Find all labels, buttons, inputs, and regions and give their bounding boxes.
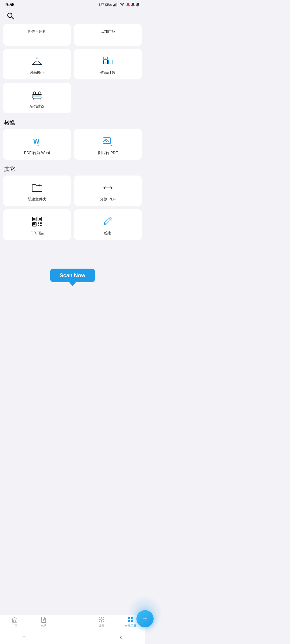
scan-now-bubble: Scan Now (50, 269, 95, 282)
svg-rect-33 (39, 218, 41, 220)
convert-section: W → PDF 转为 Word → 图片转 PDF (3, 129, 142, 160)
notification-icons (126, 3, 140, 7)
fashion-label: 时尚顾问 (30, 70, 45, 75)
svg-rect-0 (113, 5, 114, 6)
svg-point-21 (106, 139, 107, 140)
signal-icon (113, 3, 118, 7)
svg-rect-7 (35, 64, 39, 65)
other-section-2: QR扫描 签名 (3, 209, 142, 240)
img-pdf-card[interactable]: → 图片转 PDF (74, 129, 142, 160)
svg-text:2: 2 (109, 61, 110, 63)
counter-icon: 1 2 3 (102, 55, 114, 68)
svg-text:→: → (110, 144, 113, 147)
status-icons: 187 KB/s (99, 3, 140, 7)
counter-card[interactable]: 1 2 3 物品计数 (74, 49, 142, 79)
svg-rect-2 (115, 3, 116, 6)
qr-icon (31, 215, 44, 228)
other-section-1: 新建文件夹 分割 PDF (3, 175, 142, 206)
svg-point-4 (8, 13, 12, 17)
speed-indicator: 187 KB/s (99, 3, 112, 7)
sofa-icon (31, 89, 44, 101)
search-icon-wrap[interactable] (5, 11, 16, 21)
sign-card[interactable]: 签名 (74, 209, 142, 240)
decor-row: 装饰建议 (3, 83, 142, 113)
svg-rect-15 (33, 95, 41, 97)
fashion-counter-section: 时尚顾问 1 2 3 物品计数 (3, 49, 142, 79)
other-heading: 其它 (3, 163, 142, 175)
svg-rect-31 (33, 218, 35, 220)
scan-now-tooltip: Scan Now (50, 269, 95, 282)
new-folder-card[interactable]: 新建文件夹 (3, 175, 71, 206)
sign-icon (102, 215, 114, 228)
split-pdf-label: 分割 PDF (100, 197, 116, 202)
decor-label: 装饰建议 (30, 104, 45, 109)
convert-heading: 转换 (3, 116, 142, 129)
svg-text:3: 3 (104, 61, 106, 63)
svg-rect-1 (114, 4, 115, 6)
svg-line-5 (12, 17, 14, 19)
partial-row: 但你不用担 以加广场 (3, 24, 142, 46)
new-folder-icon (31, 181, 44, 194)
svg-rect-39 (40, 225, 42, 226)
split-pdf-icon (102, 181, 114, 194)
hanger-icon (31, 55, 44, 68)
wifi-icon (120, 3, 125, 7)
img-pdf-icon: → (102, 135, 114, 148)
fashion-card[interactable]: 时尚顾问 (3, 49, 71, 79)
search-bar[interactable] (0, 9, 145, 24)
svg-text:1: 1 (105, 58, 106, 60)
status-time: 9:55 (5, 2, 15, 8)
partial-card-1[interactable]: 但你不用担 (3, 24, 71, 46)
status-bar: 9:55 187 KB/s (0, 0, 145, 9)
svg-rect-35 (33, 223, 35, 225)
pdf-word-card[interactable]: W → PDF 转为 Word (3, 129, 71, 160)
pdf-word-label: PDF 转为 Word (24, 151, 50, 155)
counter-label: 物品计数 (100, 70, 115, 75)
svg-rect-36 (38, 222, 39, 224)
pdf-word-icon: W → (31, 135, 44, 148)
img-pdf-label: 图片转 PDF (98, 151, 118, 155)
qr-scan-label: QR扫描 (31, 231, 44, 236)
decor-card[interactable]: 装饰建议 (3, 83, 71, 113)
split-pdf-card[interactable]: 分割 PDF (74, 175, 142, 206)
svg-rect-38 (38, 225, 39, 226)
svg-rect-6 (36, 57, 38, 59)
sign-label: 签名 (104, 231, 112, 236)
partial-card-2[interactable]: 以加广场 (74, 24, 142, 46)
svg-text:→: → (36, 143, 39, 147)
qr-scan-card[interactable]: QR扫描 (3, 209, 71, 240)
scroll-content: 但你不用担 以加广场 时尚顾问 1 (0, 24, 145, 286)
svg-rect-37 (40, 222, 42, 224)
new-folder-label: 新建文件夹 (28, 197, 46, 202)
svg-rect-3 (117, 3, 117, 6)
